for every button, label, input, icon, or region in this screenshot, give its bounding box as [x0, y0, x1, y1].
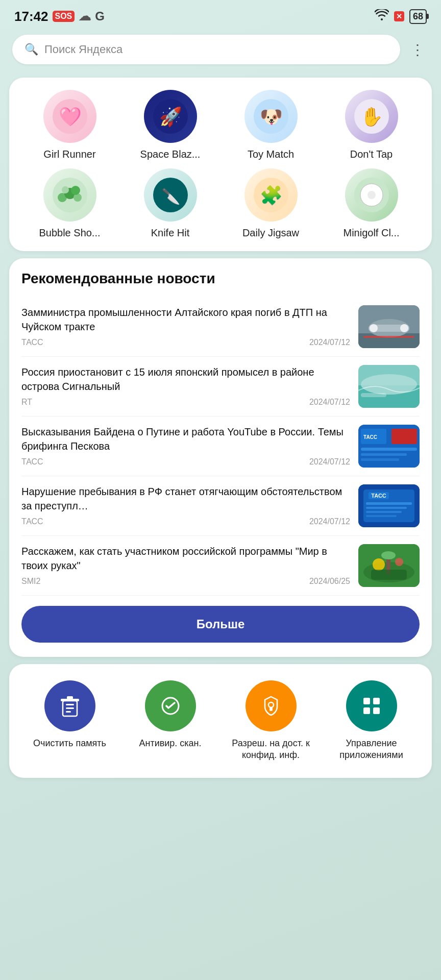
- app-icon-knife-hit: 🔪: [144, 168, 197, 222]
- utility-item-permissions[interactable]: Разреш. на дост. к конфид. инф.: [223, 680, 319, 762]
- utility-grid: Очистить память Антивир. скан. Разре: [21, 676, 420, 766]
- svg-rect-31: [361, 393, 386, 397]
- more-options-button[interactable]: ⋮: [406, 38, 429, 61]
- search-bar[interactable]: 🔍 Поиск Яндекса: [12, 35, 400, 64]
- app-label-daily-jigsaw: Daily Jigsaw: [242, 227, 299, 239]
- app-icon-toy-match: 🐶: [244, 90, 298, 143]
- x-badge: ✕: [394, 11, 404, 21]
- svg-point-49: [373, 558, 385, 571]
- app-icon-space-blaz: 🚀: [144, 90, 197, 143]
- news-meta-4: ТАСС 2024/07/12: [21, 517, 350, 526]
- utility-icon-clean-memory: [44, 680, 95, 731]
- app-label-knife-hit: Knife Hit: [151, 227, 190, 239]
- news-content-3: Высказывания Байдена о Путине и работа Y…: [21, 425, 350, 467]
- svg-text:🧩: 🧩: [259, 184, 282, 206]
- news-date-1: 2024/07/12: [309, 338, 350, 347]
- news-item-1[interactable]: Замминистра промышленности Алтайского кр…: [21, 297, 420, 357]
- status-right: ✕ 68: [375, 9, 427, 24]
- utility-label-clean-memory: Очистить память: [33, 738, 106, 749]
- news-meta-2: RT 2024/07/12: [21, 398, 350, 407]
- svg-point-13: [71, 186, 80, 195]
- svg-rect-52: [371, 570, 407, 580]
- news-headline-5: Расскажем, как стать участником российск…: [21, 544, 350, 573]
- apps-grid: 🩷 Girl Runner 🚀 Space Blaz... 🐶 Toy: [21, 90, 420, 239]
- svg-rect-56: [66, 707, 74, 709]
- search-placeholder: Поиск Яндекса: [44, 43, 122, 56]
- news-date-4: 2024/07/12: [309, 517, 350, 526]
- news-headline-4: Нарушение пребывания в РФ станет отягчаю…: [21, 484, 350, 513]
- svg-rect-64: [373, 698, 380, 704]
- news-section-title: Рекомендованные новости: [21, 271, 420, 287]
- battery-level: 68: [413, 11, 423, 22]
- svg-point-53: [395, 558, 403, 566]
- app-label-bubble-sho: Bubble Sho...: [39, 227, 100, 239]
- svg-rect-36: [361, 448, 417, 451]
- search-container: 🔍 Поиск Яндекса ⋮: [0, 29, 441, 70]
- news-headline-1: Замминистра промышленности Алтайского кр…: [21, 305, 350, 334]
- app-label-minigolf: Minigolf Cl...: [343, 227, 399, 239]
- news-content-1: Замминистра промышленности Алтайского кр…: [21, 305, 350, 347]
- news-date-5: 2024/06/25: [309, 577, 350, 586]
- app-label-space-blaz: Space Blaz...: [140, 148, 201, 160]
- utility-label-antivirus: Антивир. скан.: [139, 738, 201, 749]
- news-date-3: 2024/07/12: [309, 457, 350, 467]
- wifi-icon: [375, 9, 389, 23]
- svg-text:🐶: 🐶: [259, 106, 282, 128]
- news-meta-5: SMI2 2024/06/25: [21, 577, 350, 586]
- news-source-4: ТАСС: [21, 517, 43, 526]
- cloud-icon: ☁: [79, 9, 91, 23]
- app-item-bubble-sho[interactable]: Bubble Sho...: [21, 168, 118, 239]
- app-item-dont-tap[interactable]: ✋ Don't Tap: [323, 90, 420, 160]
- svg-rect-66: [373, 707, 380, 714]
- app-item-daily-jigsaw[interactable]: 🧩 Daily Jigsaw: [223, 168, 319, 239]
- utility-item-clean-memory[interactable]: Очистить память: [21, 680, 118, 762]
- svg-text:✋: ✋: [360, 106, 383, 128]
- more-news-button[interactable]: Больше: [21, 606, 420, 643]
- utility-label-permissions: Разреш. на дост. к конфид. инф.: [223, 738, 319, 762]
- app-item-girl-runner[interactable]: 🩷 Girl Runner: [21, 90, 118, 160]
- svg-text:ТАСС: ТАСС: [371, 493, 386, 499]
- search-icon: 🔍: [24, 43, 38, 56]
- news-content-5: Расскажем, как стать участником российск…: [21, 544, 350, 586]
- svg-point-61: [268, 702, 274, 707]
- app-icon-bubble-sho: [43, 168, 96, 222]
- utility-item-app-management[interactable]: Управление приложениями: [323, 680, 420, 762]
- svg-rect-27: [363, 336, 414, 338]
- svg-rect-45: [366, 511, 402, 513]
- svg-rect-63: [363, 698, 370, 704]
- news-meta-1: ТАСС 2024/07/12: [21, 338, 350, 347]
- app-item-toy-match[interactable]: 🐶 Toy Match: [223, 90, 319, 160]
- news-headline-3: Высказывания Байдена о Путине и работа Y…: [21, 425, 350, 453]
- svg-rect-44: [366, 507, 407, 509]
- svg-point-12: [62, 186, 69, 193]
- app-item-minigolf[interactable]: Minigolf Cl...: [323, 168, 420, 239]
- app-label-toy-match: Toy Match: [248, 148, 294, 160]
- utility-label-app-management: Управление приложениями: [323, 738, 420, 762]
- news-item-5[interactable]: Расскажем, как стать участником российск…: [21, 536, 420, 596]
- news-content-4: Нарушение пребывания в РФ станет отягчаю…: [21, 484, 350, 526]
- news-item-2[interactable]: Россия приостановит с 15 июля японский п…: [21, 357, 420, 416]
- app-icon-daily-jigsaw: 🧩: [244, 168, 298, 222]
- app-label-girl-runner: Girl Runner: [43, 148, 95, 160]
- app-label-dont-tap: Don't Tap: [350, 148, 393, 160]
- news-item-3[interactable]: Высказывания Байдена о Путине и работа Y…: [21, 416, 420, 476]
- utility-item-antivirus[interactable]: Антивир. скан.: [122, 680, 218, 762]
- news-date-2: 2024/07/12: [309, 398, 350, 407]
- svg-rect-34: [391, 429, 417, 444]
- news-source-1: ТАСС: [21, 338, 43, 347]
- utilities-card: Очистить память Антивир. скан. Разре: [9, 664, 432, 778]
- utility-icon-antivirus: [145, 680, 196, 731]
- news-source-2: RT: [21, 398, 32, 407]
- svg-rect-38: [361, 458, 399, 461]
- news-headline-2: Россия приостановит с 15 июля японский п…: [21, 365, 350, 394]
- app-item-knife-hit[interactable]: 🔪 Knife Hit: [122, 168, 218, 239]
- news-content-2: Россия приостановит с 15 июля японский п…: [21, 365, 350, 407]
- news-thumb-1: [358, 305, 420, 348]
- news-item-4[interactable]: Нарушение пребывания в РФ станет отягчаю…: [21, 476, 420, 536]
- news-thumb-4: ТАСС: [358, 484, 420, 527]
- svg-rect-65: [363, 707, 370, 714]
- app-item-space-blaz[interactable]: 🚀 Space Blaz...: [122, 90, 218, 160]
- svg-point-20: [368, 191, 376, 199]
- svg-rect-46: [366, 515, 397, 517]
- svg-text:🩷: 🩷: [58, 106, 81, 128]
